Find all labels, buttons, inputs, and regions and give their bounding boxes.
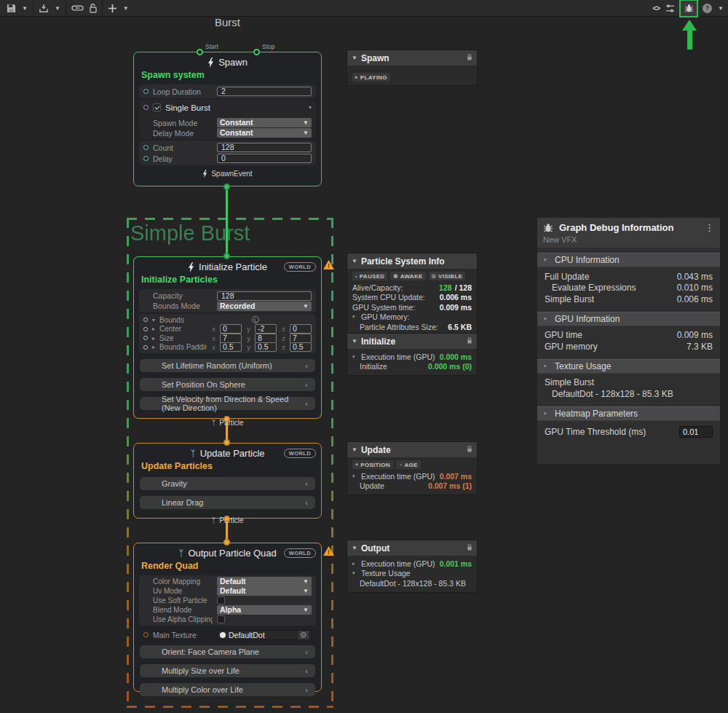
system-title[interactable]: Burst bbox=[133, 16, 322, 28]
spawn-node-header[interactable]: Spawn bbox=[134, 52, 321, 68]
debug-panel-header[interactable]: Graph Debug Information ⋮ New VFX bbox=[537, 218, 720, 248]
texture-usage-section[interactable]: ▾ Texture Usage bbox=[537, 359, 720, 374]
bounds-center-row[interactable]: ▸ Center x 0 y -2 z 0 bbox=[139, 325, 316, 334]
uv-mode-dropdown[interactable]: Default▼ bbox=[217, 586, 312, 596]
main-texture-object-field[interactable]: DefaultDot ⊙ bbox=[217, 630, 312, 640]
update-context-node[interactable]: ᛉ Update Particle WORLD Update Particles… bbox=[133, 443, 322, 519]
delay-mode-dropdown[interactable]: Constant▼ bbox=[217, 128, 312, 138]
space-badge[interactable]: WORLD bbox=[284, 449, 316, 458]
loop-duration-field[interactable]: 2 bbox=[217, 87, 312, 96]
warning-icon[interactable]: ! bbox=[323, 545, 334, 559]
initialize-output-flow-port[interactable] bbox=[223, 416, 230, 422]
help-button[interactable]: ? bbox=[700, 0, 715, 16]
foldout-open-icon[interactable]: ▾ bbox=[152, 317, 155, 323]
output-input-flow-port[interactable] bbox=[223, 539, 230, 545]
loop-duration-port[interactable] bbox=[143, 89, 149, 94]
block-set-lifetime[interactable]: Set Lifetime Random (Uniform) ‹ bbox=[140, 359, 315, 372]
spawn-context-node[interactable]: Start Stop Spawn Spawn system Loop Durat… bbox=[133, 52, 322, 186]
bounds-port[interactable] bbox=[143, 318, 148, 322]
delay-row[interactable]: Delay 0 bbox=[139, 153, 316, 164]
blend-mode-dropdown[interactable]: Alpha▼ bbox=[217, 605, 312, 615]
output-panel-header[interactable]: ▼ Output bbox=[347, 540, 477, 556]
output-texture-usage-row[interactable]: ▾ Texture Usage bbox=[352, 569, 472, 579]
delay-field[interactable]: 0 bbox=[217, 154, 312, 163]
group-title[interactable]: Simple Burst bbox=[130, 221, 250, 245]
foldout-closed-icon[interactable]: ▸ bbox=[152, 326, 155, 332]
start-flow-port[interactable] bbox=[197, 49, 203, 55]
collapse-chevron-icon[interactable]: ‹ bbox=[305, 666, 308, 675]
bounds-mode-dropdown[interactable]: Recorded▼ bbox=[217, 302, 312, 311]
single-burst-row[interactable]: Single Burst ▾ bbox=[139, 101, 316, 114]
space-badge[interactable]: WORLD bbox=[284, 262, 316, 272]
collapse-chevron-icon[interactable]: ‹ bbox=[305, 685, 308, 694]
single-burst-checkbox[interactable] bbox=[153, 103, 161, 111]
block-multiply-size[interactable]: Multiply Size over Life ‹ bbox=[140, 664, 315, 677]
initialize-context-node[interactable]: ! Initialize Particle WORLD Initialize P… bbox=[133, 256, 322, 419]
update-panel-header[interactable]: ▼ Update bbox=[347, 442, 477, 457]
foldout-closed-icon[interactable]: ▸ bbox=[152, 344, 155, 350]
block-set-velocity[interactable]: Set Velocity from Direction & Speed (New… bbox=[140, 397, 315, 410]
bounds-mode-row[interactable]: Bounds Mode Recorded▼ bbox=[139, 301, 316, 311]
foldout-open-icon[interactable]: ▾ bbox=[352, 473, 358, 479]
spawn-output-flow-port[interactable] bbox=[223, 184, 230, 190]
size-port[interactable] bbox=[143, 336, 148, 340]
space-badge[interactable]: WORLD bbox=[284, 548, 316, 558]
loop-duration-row[interactable]: Loop Duration 2 bbox=[139, 86, 316, 97]
lock-toggle-button[interactable] bbox=[87, 0, 100, 16]
gpu-information-section[interactable]: ▾ GPU Information bbox=[537, 312, 720, 326]
chevron-down-icon[interactable]: ▾ bbox=[309, 104, 312, 111]
uv-mode-row[interactable]: Uv Mode Default▼ bbox=[139, 586, 316, 596]
block-multiply-color[interactable]: Multiply Color over Life ‹ bbox=[140, 683, 315, 696]
compile-code-button[interactable]: <> bbox=[649, 0, 662, 16]
collapse-chevron-icon[interactable]: ‹ bbox=[305, 361, 308, 370]
heatmap-parameters-section[interactable]: ▾ Heatmap Parameters bbox=[537, 406, 720, 421]
import-dropdown-button[interactable]: ▼ bbox=[52, 0, 63, 16]
use-soft-particle-row[interactable]: Use Soft Particle bbox=[139, 596, 316, 605]
toolbar-overflow-button[interactable]: ▼ bbox=[715, 0, 727, 16]
update-input-flow-port[interactable] bbox=[223, 439, 230, 446]
lock-icon[interactable] bbox=[467, 445, 472, 455]
spawn-mode-row[interactable]: Spawn Mode Constant▼ bbox=[139, 118, 316, 127]
block-set-position[interactable]: Set Position On Sphere ‹ bbox=[140, 378, 315, 391]
update-output-flow-port[interactable] bbox=[223, 516, 230, 522]
color-mapping-row[interactable]: Color Mapping Default▼ bbox=[139, 577, 316, 586]
output-exec-time-row[interactable]: ▸ Execution time (GPU) 0.001 ms bbox=[352, 559, 472, 569]
collapse-chevron-icon[interactable]: ‹ bbox=[305, 647, 308, 656]
object-picker-icon[interactable]: ⊙ bbox=[298, 631, 309, 639]
initialize-input-flow-port[interactable] bbox=[223, 253, 230, 259]
collapse-chevron-icon[interactable]: ‹ bbox=[305, 399, 308, 408]
gpu-memory-row[interactable]: ▾ GPU Memory: bbox=[352, 312, 472, 323]
bounds-padding-row[interactable]: ▸ Bounds Padding x 0.5 y 0.5 z 0.5 bbox=[139, 343, 316, 352]
spawn-panel-header[interactable]: ▼ Spawn bbox=[347, 50, 477, 66]
size-z-field[interactable]: 7 bbox=[290, 334, 312, 343]
initialize-panel-header[interactable]: ▼ Initialize bbox=[347, 334, 477, 349]
graph-settings-button[interactable] bbox=[662, 0, 678, 16]
capacity-field[interactable]: 128 bbox=[217, 291, 312, 301]
update-exec-time-row[interactable]: ▾ Execution time (GPU) 0.007 ms bbox=[352, 471, 472, 481]
kebab-menu-icon[interactable]: ⋮ bbox=[705, 222, 714, 233]
count-row[interactable]: Count 128 bbox=[139, 142, 316, 153]
lock-icon[interactable] bbox=[467, 543, 472, 554]
main-texture-port[interactable] bbox=[143, 632, 149, 637]
edge-spawn-to-initialize[interactable] bbox=[226, 185, 228, 258]
add-dropdown-button[interactable]: ▼ bbox=[120, 0, 132, 16]
foldout-closed-icon[interactable]: ▸ bbox=[152, 335, 155, 342]
output-context-node[interactable]: ! ᛉ Output Particle Quad WORLD Render Qu… bbox=[133, 543, 322, 692]
import-button[interactable] bbox=[36, 0, 52, 16]
init-exec-time-row[interactable]: ▾ Execution time (GPU) 0.000 ms bbox=[352, 352, 472, 362]
gpu-time-threshold-field[interactable]: 0.01 bbox=[679, 426, 713, 438]
collapse-chevron-icon[interactable]: ‹ bbox=[305, 498, 308, 507]
center-x-field[interactable]: 0 bbox=[220, 324, 242, 334]
blend-mode-row[interactable]: Blend Mode Alpha▼ bbox=[139, 605, 316, 615]
foldout-open-icon[interactable]: ▾ bbox=[352, 314, 358, 320]
save-button[interactable] bbox=[4, 0, 19, 16]
use-alpha-clipping-row[interactable]: Use Alpha Clipping bbox=[139, 615, 316, 624]
spawn-mode-dropdown[interactable]: Constant▼ bbox=[217, 118, 312, 127]
center-y-field[interactable]: -2 bbox=[255, 324, 277, 334]
collapse-chevron-icon[interactable]: ‹ bbox=[305, 380, 308, 389]
debug-toggle-button[interactable] bbox=[681, 1, 697, 16]
add-button[interactable] bbox=[105, 0, 120, 16]
foldout-closed-icon[interactable]: ▸ bbox=[352, 561, 358, 567]
block-gravity[interactable]: Gravity ‹ bbox=[140, 477, 315, 490]
block-orient[interactable]: Orient: Face Camera Plane ‹ bbox=[140, 645, 315, 658]
